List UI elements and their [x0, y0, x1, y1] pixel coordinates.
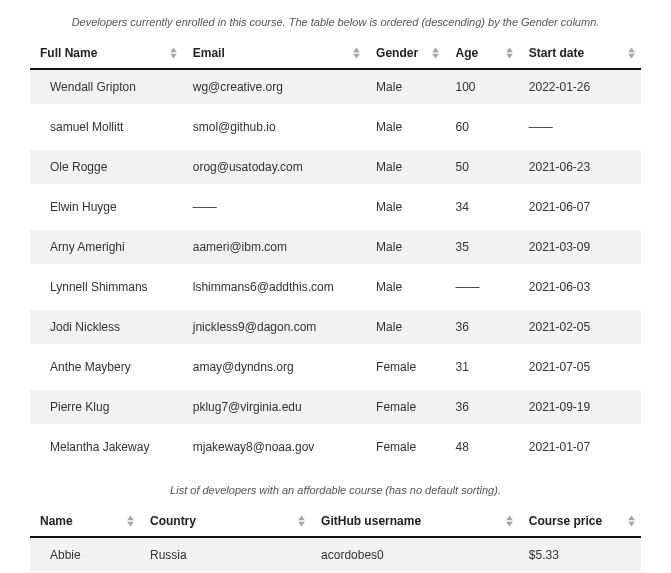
col-email[interactable]: Email: [183, 38, 366, 69]
table-cell: amay@dyndns.org: [183, 347, 366, 387]
col-label: Name: [40, 514, 73, 528]
svg-marker-15: [506, 522, 513, 527]
table-cell: Melantha Jakeway: [30, 427, 183, 467]
table-header-row: Full Name Email Gender Age Start date: [30, 38, 641, 69]
table-cell: Pierre Klug: [30, 387, 183, 427]
svg-marker-17: [628, 522, 635, 527]
table-cell: orog@usatoday.com: [183, 147, 366, 187]
col-full-name[interactable]: Full Name: [30, 38, 183, 69]
table-cell: Female: [366, 387, 445, 427]
sort-icon: [628, 48, 635, 59]
table-cell: 2021-06-23: [519, 147, 641, 187]
svg-marker-16: [628, 516, 635, 521]
sort-icon: [628, 516, 635, 527]
table-row: Pierre Klugpklug7@virginia.eduFemale3620…: [30, 387, 641, 427]
table-cell: 2021-07-05: [519, 347, 641, 387]
col-label: Start date: [529, 46, 584, 60]
col-start-date[interactable]: Start date: [519, 38, 641, 69]
svg-marker-9: [628, 54, 635, 59]
table-cell: Abbie: [30, 537, 140, 573]
table-cell: Anthe Maybery: [30, 347, 183, 387]
table-cell: 34: [445, 187, 518, 227]
svg-marker-7: [506, 54, 513, 59]
svg-marker-10: [127, 516, 134, 521]
col-label: Country: [150, 514, 196, 528]
col-label: GitHub username: [321, 514, 421, 528]
table-cell: Female: [366, 427, 445, 467]
table-cell: Male: [366, 227, 445, 267]
table-cell: 2021-06-03: [519, 267, 641, 307]
table-cell: ——: [445, 267, 518, 307]
table-cell: 35: [445, 227, 518, 267]
table-cell: Arny Amerighi: [30, 227, 183, 267]
svg-marker-6: [506, 48, 513, 53]
table-cell: 2022-01-26: [519, 69, 641, 107]
svg-marker-5: [432, 54, 439, 59]
col-github-username[interactable]: GitHub username: [311, 506, 519, 537]
table-cell: jnickless9@dagon.com: [183, 307, 366, 347]
table-cell: 36: [445, 387, 518, 427]
table-cell: 100: [445, 69, 518, 107]
col-label: Email: [193, 46, 225, 60]
table-cell: 2021-03-09: [519, 227, 641, 267]
col-label: Gender: [376, 46, 418, 60]
table-cell: Wendall Gripton: [30, 69, 183, 107]
table-cell: Male: [366, 267, 445, 307]
sort-icon: [298, 516, 305, 527]
table-cell: smol@github.io: [183, 107, 366, 147]
table-cell: acordobes0: [311, 537, 519, 573]
table-cell: Elwin Huyge: [30, 187, 183, 227]
svg-marker-2: [353, 48, 360, 53]
sort-icon: [170, 48, 177, 59]
table-cell: wg@creative.org: [183, 69, 366, 107]
svg-marker-4: [432, 48, 439, 53]
table-cell: Male: [366, 107, 445, 147]
table-cell: Female: [366, 347, 445, 387]
svg-marker-3: [353, 54, 360, 59]
col-age[interactable]: Age: [445, 38, 518, 69]
table-cell: pklug7@virginia.edu: [183, 387, 366, 427]
svg-marker-12: [298, 516, 305, 521]
col-country[interactable]: Country: [140, 506, 311, 537]
developers-affordable-table: Name Country GitHub username Course pric…: [30, 506, 641, 573]
table-cell: 2021-06-07: [519, 187, 641, 227]
svg-marker-11: [127, 522, 134, 527]
sort-icon: [506, 516, 513, 527]
table-row: Wendall Griptonwg@creative.orgMale100202…: [30, 69, 641, 107]
table-cell: Male: [366, 147, 445, 187]
table-header-row: Name Country GitHub username Course pric…: [30, 506, 641, 537]
col-name[interactable]: Name: [30, 506, 140, 537]
table-cell: 36: [445, 307, 518, 347]
col-label: Course price: [529, 514, 602, 528]
table-cell: ——: [519, 107, 641, 147]
table-cell: 2021-02-05: [519, 307, 641, 347]
table-cell: Lynnell Shimmans: [30, 267, 183, 307]
svg-marker-1: [170, 54, 177, 59]
table1-caption: Developers currently enrolled in this co…: [30, 10, 641, 38]
col-gender[interactable]: Gender: [366, 38, 445, 69]
table-row: Jodi Nicklessjnickless9@dagon.comMale362…: [30, 307, 641, 347]
table-cell: ——: [183, 187, 366, 227]
table-row: Arny Amerighiaameri@ibm.comMale352021-03…: [30, 227, 641, 267]
table-cell: $5.33: [519, 537, 641, 573]
col-course-price[interactable]: Course price: [519, 506, 641, 537]
table-cell: Jodi Nickless: [30, 307, 183, 347]
table-row: AbbieRussiaacordobes0$5.33: [30, 537, 641, 573]
table-row: Melantha Jakewaymjakeway8@noaa.govFemale…: [30, 427, 641, 467]
table-cell: Ole Rogge: [30, 147, 183, 187]
table-cell: 50: [445, 147, 518, 187]
developers-enrolled-table: Full Name Email Gender Age Start date We…: [30, 38, 641, 470]
table-cell: 2021-01-07: [519, 427, 641, 467]
table-row: Elwin Huyge——Male342021-06-07: [30, 187, 641, 227]
svg-marker-8: [628, 48, 635, 53]
table-row: samuel Mollittsmol@github.ioMale60——: [30, 107, 641, 147]
col-label: Age: [455, 46, 478, 60]
table-cell: samuel Mollitt: [30, 107, 183, 147]
sort-icon: [432, 48, 439, 59]
table-cell: Russia: [140, 537, 311, 573]
table-row: Anthe Mayberyamay@dyndns.orgFemale312021…: [30, 347, 641, 387]
table-cell: Male: [366, 307, 445, 347]
table-cell: lshimmans6@addthis.com: [183, 267, 366, 307]
col-label: Full Name: [40, 46, 97, 60]
table-cell: mjakeway8@noaa.gov: [183, 427, 366, 467]
